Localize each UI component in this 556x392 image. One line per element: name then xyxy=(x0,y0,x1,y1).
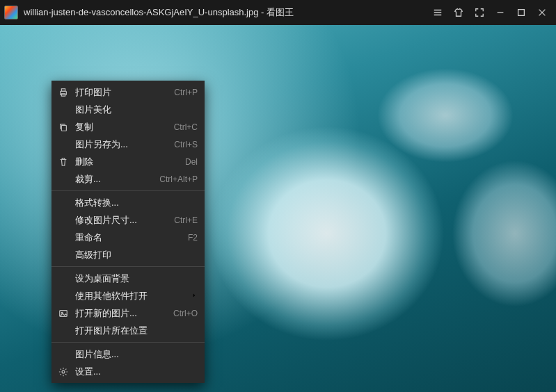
menu-item-shortcut: F2 xyxy=(188,233,198,243)
menu-item-label: 修改图片尺寸... xyxy=(75,214,168,227)
menu-item-shortcut: Ctrl+C xyxy=(174,122,198,132)
no-icon xyxy=(57,173,70,186)
menu-item-label: 打开新的图片... xyxy=(75,307,168,320)
menu-item-label: 设为桌面背景 xyxy=(75,272,198,285)
app-window: willian-justen-de-vasconcellos-ASKGjAeIY… xyxy=(0,0,556,392)
menu-item[interactable]: 图片美化 xyxy=(51,101,205,118)
menu-item[interactable]: 设置... xyxy=(51,363,205,380)
menu-separator xyxy=(51,266,205,267)
print-icon xyxy=(57,86,70,99)
chevron-right-icon xyxy=(191,292,198,300)
gear-icon xyxy=(57,366,70,378)
no-icon xyxy=(57,197,70,209)
menu-item[interactable]: 复制Ctrl+C xyxy=(51,118,205,136)
menu-separator xyxy=(51,342,205,343)
menu-item-label: 打印图片 xyxy=(75,86,168,99)
menu-separator xyxy=(51,190,205,191)
menu-item[interactable]: 裁剪...Ctrl+Alt+P xyxy=(51,170,205,188)
menu-item-label: 设置... xyxy=(75,366,198,378)
menu-item[interactable]: 图片另存为...Ctrl+S xyxy=(51,136,205,153)
menu-item-label: 删除 xyxy=(75,156,180,168)
menu-item[interactable]: 高级打印 xyxy=(51,246,205,263)
no-icon xyxy=(57,214,70,227)
skin-button[interactable] xyxy=(449,3,468,22)
menu-item[interactable]: 设为桌面背景 xyxy=(51,270,205,287)
menu-item[interactable]: 打开图片所在位置 xyxy=(51,322,205,339)
no-icon xyxy=(57,272,70,285)
context-menu: 打印图片Ctrl+P图片美化复制Ctrl+C图片另存为...Ctrl+S删除De… xyxy=(51,81,205,383)
no-icon xyxy=(57,325,70,337)
menu-item-label: 图片另存为... xyxy=(75,138,168,151)
menu-item-label: 裁剪... xyxy=(75,173,154,186)
menu-item[interactable]: 删除Del xyxy=(51,153,205,170)
menu-item-label: 图片美化 xyxy=(75,104,198,116)
menu-item-shortcut: Ctrl+P xyxy=(174,88,198,97)
menu-item-shortcut: Del xyxy=(185,157,198,167)
menu-item-label: 使用其他软件打开 xyxy=(75,290,185,302)
menu-button[interactable] xyxy=(428,3,447,22)
menu-item-shortcut: Ctrl+Alt+P xyxy=(159,174,198,184)
menu-item-label: 复制 xyxy=(75,121,168,133)
menu-item-shortcut: Ctrl+O xyxy=(173,309,198,318)
no-icon xyxy=(57,249,70,261)
menu-item[interactable]: 修改图片尺寸...Ctrl+E xyxy=(51,211,205,229)
menu-item-label: 图片信息... xyxy=(75,348,198,361)
menu-item[interactable]: 图片信息... xyxy=(51,345,205,363)
no-icon xyxy=(57,348,70,361)
menu-item[interactable]: 格式转换... xyxy=(51,194,205,211)
no-icon xyxy=(57,231,70,244)
close-button[interactable] xyxy=(532,3,552,22)
delete-icon xyxy=(57,156,70,168)
minimize-button[interactable] xyxy=(491,3,510,22)
menu-item[interactable]: 打开新的图片...Ctrl+O xyxy=(51,304,205,322)
no-icon xyxy=(57,290,70,302)
menu-item-shortcut: Ctrl+S xyxy=(174,140,198,149)
menu-item-label: 打开图片所在位置 xyxy=(75,325,198,337)
titlebar[interactable]: willian-justen-de-vasconcellos-ASKGjAeIY… xyxy=(0,0,556,25)
no-icon xyxy=(57,138,70,151)
menu-item[interactable]: 打印图片Ctrl+P xyxy=(51,83,205,101)
fullscreen-button[interactable] xyxy=(470,3,489,22)
titlebar-controls xyxy=(428,3,552,22)
app-icon xyxy=(4,6,18,19)
image-icon xyxy=(57,307,70,320)
maximize-button[interactable] xyxy=(511,3,531,22)
no-icon xyxy=(57,104,70,116)
menu-item-label: 格式转换... xyxy=(75,197,198,209)
window-title: willian-justen-de-vasconcellos-ASKGjAeIY… xyxy=(24,6,428,19)
menu-item-label: 高级打印 xyxy=(75,249,198,261)
image-viewport[interactable]: 打印图片Ctrl+P图片美化复制Ctrl+C图片另存为...Ctrl+S删除De… xyxy=(0,25,556,392)
menu-item[interactable]: 使用其他软件打开 xyxy=(51,287,205,304)
copy-icon xyxy=(57,121,70,133)
menu-item-shortcut: Ctrl+E xyxy=(174,215,198,225)
menu-item-label: 重命名 xyxy=(75,231,182,244)
menu-item[interactable]: 重命名F2 xyxy=(51,229,205,246)
